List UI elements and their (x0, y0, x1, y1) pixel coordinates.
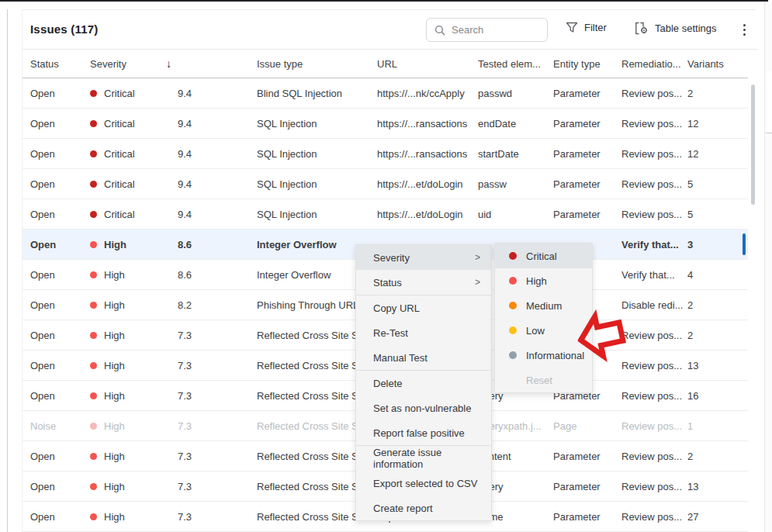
menu-item-label: Copy URL (373, 302, 420, 314)
variants-cell: 13 (687, 360, 734, 371)
severity-label: High (104, 269, 125, 281)
kebab-icon (743, 24, 746, 26)
variants-cell: 12 (687, 118, 734, 130)
submenu-item-informational[interactable]: Informational (495, 343, 592, 368)
url-cell: https://...ransactions (377, 118, 478, 130)
severity-cell: High (90, 420, 178, 432)
score-cell: 9.4 (178, 209, 257, 220)
context-menu: Severity>Status>Copy URLRe-TestManual Te… (355, 244, 492, 521)
score-cell: 7.3 (178, 481, 257, 492)
table-settings-button[interactable]: Table settings (635, 22, 717, 35)
menu-item-label: Create report (373, 503, 433, 514)
severity-dot-icon (509, 326, 517, 334)
severity-dot-icon (90, 181, 97, 188)
issue-row[interactable]: OpenCritical9.4SQL Injectionhttps://...e… (23, 199, 748, 230)
severity-cell: High (90, 330, 178, 341)
issue-row[interactable]: OpenCritical9.4Blind SQL Injectionhttps:… (23, 78, 748, 109)
severity-label: High (104, 511, 125, 523)
entity-type-cell: Parameter (553, 209, 621, 220)
tested-element-cell: passw (478, 178, 553, 190)
remediation-cell: Review pos... (621, 88, 687, 99)
status-cell: Open (30, 360, 90, 371)
variants-cell: 16 (687, 390, 734, 402)
tested-element-cell: passwd (478, 88, 553, 99)
variants-cell: 12 (687, 148, 734, 160)
variants-cell: 3 (687, 239, 734, 250)
browser-scrollbar[interactable] (764, 2, 772, 532)
remediation-cell: Review pos... (621, 390, 687, 402)
column-header-severity[interactable]: Severity ↓ (90, 57, 178, 70)
issue-row[interactable]: OpenCritical9.4SQL Injectionhttps://...r… (23, 139, 748, 169)
menu-item-manual-test[interactable]: Manual Test (356, 345, 491, 370)
severity-cell: High (90, 360, 178, 371)
status-cell: Open (30, 299, 90, 311)
column-header-entity-type[interactable]: Entity type (553, 58, 621, 70)
more-options-button[interactable] (737, 19, 751, 40)
issue-row[interactable]: OpenCritical9.4SQL Injectionhttps://...e… (23, 169, 748, 199)
score-cell: 8.6 (178, 239, 257, 250)
variants-cell: 2 (687, 299, 734, 311)
column-header-remediation[interactable]: Remediatio... (621, 58, 687, 70)
remediation-cell: Review pos... (621, 481, 687, 492)
status-cell: Open (30, 481, 90, 492)
variants-cell: 1 (687, 420, 734, 432)
column-header-issue-type[interactable]: Issue type (257, 58, 377, 70)
severity-label: Critical (104, 148, 135, 160)
menu-item-label: Delete (373, 378, 403, 389)
menu-item-re-test[interactable]: Re-Test (356, 320, 491, 345)
search-input[interactable]: Search (426, 18, 548, 42)
severity-dot-icon (509, 277, 517, 285)
menu-item-label: Re-Test (373, 327, 408, 339)
selected-row-indicator (743, 233, 746, 255)
menu-item-status[interactable]: Status> (356, 270, 491, 295)
severity-cell: High (90, 239, 178, 250)
menu-item-set-as-non-vulnerable[interactable]: Set as non-vulnerable (356, 396, 491, 420)
submenu-item-critical[interactable]: Critical (495, 244, 592, 268)
url-cell: https://...nk/ccApply (377, 88, 478, 99)
severity-dot-icon (90, 150, 97, 157)
column-header-tested-element[interactable]: Tested elem... (478, 58, 553, 70)
severity-dot-icon (509, 351, 517, 359)
submenu-item-high[interactable]: High (495, 268, 592, 293)
menu-item-report-false-positive[interactable]: Report false positive (356, 420, 491, 445)
severity-cell: High (90, 299, 178, 311)
menu-item-label: Export selected to CSV (373, 478, 477, 489)
score-cell: 9.4 (178, 118, 257, 130)
menu-item-generate-issue-information[interactable]: Generate issue information (356, 446, 491, 471)
severity-label: High (104, 239, 126, 250)
severity-dot-icon (90, 332, 97, 339)
column-header-status[interactable]: Status (30, 58, 90, 70)
remediation-cell: Review pos... (621, 118, 687, 130)
variants-cell: 2 (687, 88, 734, 99)
menu-item-label: Report false positive (373, 427, 465, 439)
menu-item-delete[interactable]: Delete (356, 371, 491, 396)
tested-element-cell: startDate (478, 148, 553, 160)
url-cell: https://...et/doLogin (377, 209, 478, 220)
entity-type-cell: Parameter (553, 451, 621, 462)
severity-cell: High (90, 481, 178, 492)
submenu-item-label: Informational (526, 350, 584, 361)
sort-desc-icon[interactable]: ↓ (166, 57, 171, 70)
menu-item-create-report[interactable]: Create report (356, 496, 491, 520)
score-cell: 7.3 (178, 330, 257, 341)
severity-label: High (104, 420, 125, 432)
menu-item-export-selected-to-csv[interactable]: Export selected to CSV (356, 471, 491, 496)
severity-label: High (104, 390, 125, 402)
column-header-url[interactable]: URL (377, 58, 478, 70)
menu-item-severity[interactable]: Severity> (356, 245, 491, 270)
filter-button[interactable]: Filter (566, 22, 607, 33)
issue-row[interactable]: OpenCritical9.4SQL Injectionhttps://...r… (23, 109, 748, 139)
severity-dot-icon (90, 90, 97, 97)
severity-label: High (104, 360, 125, 371)
filter-label: Filter (584, 22, 607, 33)
remediation-cell: Review pos... (621, 511, 687, 523)
browser-scrollbar-thumb[interactable] (766, 71, 772, 133)
filter-icon (566, 22, 578, 33)
column-header-variants[interactable]: Variants (687, 58, 734, 70)
severity-label: High (104, 299, 125, 311)
table-scrollbar-thumb[interactable] (751, 85, 755, 205)
remediation-cell: Review pos... (621, 330, 687, 341)
menu-item-copy-url[interactable]: Copy URL (356, 295, 491, 320)
submenu-item-reset: Reset (495, 368, 592, 392)
status-cell: Open (30, 148, 90, 160)
